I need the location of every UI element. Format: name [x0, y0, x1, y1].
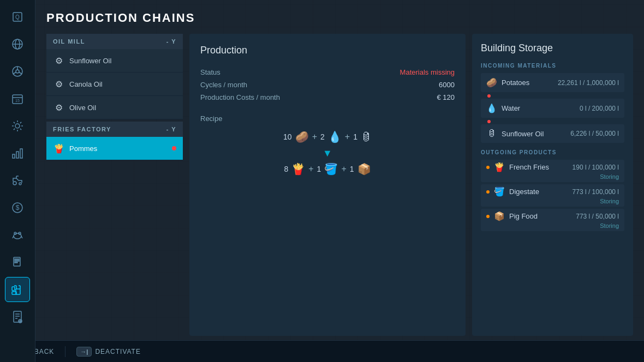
pommes-label: Pommes [69, 144, 97, 153]
status-row: Status Materials missing [200, 66, 455, 79]
svg-rect-37 [15, 259, 19, 260]
sidebar-item-papers[interactable] [5, 250, 30, 275]
canola-oil-label: Canola Oil [69, 80, 103, 88]
water-name: Water [502, 104, 575, 112]
potatoes-value: 22,261 l / 1,000,000 l [558, 79, 619, 87]
olive-oil-icon: ⚙ [53, 101, 65, 113]
costs-value: € 120 [437, 93, 455, 101]
digestate-storage-icon: 🪣 [494, 186, 505, 197]
content-area: OIL MILL - Y ⚙ Sunflower Oil ⚙ Canola Oi… [46, 34, 633, 336]
svg-line-34 [13, 236, 14, 238]
sidebar-item-production[interactable] [5, 277, 30, 302]
back-label: BACK [34, 348, 55, 355]
sunflower-oil-storage-icon: 🛢 [486, 129, 497, 138]
chain-item-olive-oil[interactable]: ⚙ Olive Oil [46, 96, 183, 119]
recipe-inputs: 10 🥔 + 2 💧 + 1 🛢 [200, 130, 455, 143]
svg-rect-38 [15, 261, 19, 261]
recipe-arrow: ▼ [200, 148, 455, 159]
svg-point-32 [14, 232, 16, 234]
chain-item-sunflower-oil[interactable]: ⚙ Sunflower Oil [46, 49, 183, 73]
sidebar-item-steering[interactable] [5, 59, 30, 84]
french-fries-row: 🍟 French Fries 190 l / 100,000 l [486, 162, 619, 172]
potatoes-icon: 🥔 [486, 77, 497, 88]
page-title: PRODUCTION CHAINS [46, 11, 633, 25]
plus-2: + [345, 132, 350, 142]
svg-line-18 [14, 122, 15, 123]
sunflower-oil-storage-name: Sunflower Oil [502, 130, 566, 138]
svg-rect-42 [12, 287, 15, 291]
sunflower-oil-storage-value: 6,226 l / 50,000 l [570, 130, 619, 137]
svg-point-33 [19, 232, 21, 234]
chain-item-canola-oil[interactable]: ⚙ Canola Oil [46, 73, 183, 96]
production-title: Production [200, 45, 455, 56]
canola-oil-dot [172, 82, 176, 86]
sidebar-item-money[interactable]: $ [5, 195, 30, 220]
sunflower-oil-label: Sunflower Oil [69, 57, 111, 65]
costs-row: Production Costs / month € 120 [200, 91, 455, 104]
storage-item-sunflower-oil: 🛢 Sunflower Oil 6,226 l / 50,000 l [481, 124, 624, 143]
pommes-icon: 🍟 [53, 142, 65, 154]
fries-factory-suffix: - Y [166, 126, 176, 132]
cycles-row: Cycles / month 6000 [200, 79, 455, 91]
storage-item-water: 💧 Water 0 l / 200,000 l [481, 99, 624, 118]
outgoing-item-pig-food: 📦 Pig Food 773 l / 50,000 l Storing [481, 209, 624, 231]
digestate-num: 1 [317, 165, 321, 173]
fries-factory-header: FRIES FACTORY - Y [46, 122, 183, 137]
pig-food-name: Pig Food [509, 212, 571, 220]
pig-food-dot [486, 215, 490, 218]
sidebar-item-calendar[interactable]: 15 [5, 86, 30, 111]
storage-title: Building Storage [481, 43, 624, 54]
oil-num: 1 [353, 132, 357, 141]
cycles-value: 6000 [439, 81, 455, 89]
svg-rect-24 [20, 149, 22, 158]
incoming-title: INCOMING MATERIALS [481, 63, 624, 69]
recipe-outputs: 8 🍟 + 1 🪣 + 1 📦 [200, 162, 455, 176]
recipe-title: Recipe [200, 114, 455, 123]
sidebar-item-globe[interactable] [5, 32, 30, 57]
sidebar-item-animal[interactable] [5, 222, 30, 248]
pommes-dot [172, 146, 176, 150]
svg-text:15: 15 [15, 99, 20, 102]
french-fries-value: 190 l / 100,000 l [573, 164, 619, 171]
digestate-name: Digestate [509, 188, 568, 196]
sidebar-item-contract[interactable] [5, 304, 30, 329]
fries-num: 8 [284, 165, 288, 173]
costs-label: Production Costs / month [200, 93, 280, 101]
chains-panel: OIL MILL - Y ⚙ Sunflower Oil ⚙ Canola Oi… [46, 34, 183, 336]
svg-line-21 [20, 122, 21, 123]
sidebar-item-quest[interactable]: Q [5, 4, 30, 29]
canola-oil-icon: ⚙ [53, 78, 65, 90]
svg-line-19 [20, 129, 21, 130]
sidebar-item-chart[interactable] [5, 141, 30, 166]
svg-rect-39 [15, 262, 17, 263]
olive-oil-label: Olive Oil [69, 104, 96, 112]
chain-item-pommes[interactable]: 🍟 Pommes [46, 137, 183, 160]
french-fries-name: French Fries [509, 163, 568, 171]
status-label: Status [200, 68, 220, 76]
digestate-status: Storing [486, 197, 619, 204]
status-value: Materials missing [400, 68, 455, 76]
potato-num: 10 [283, 132, 292, 141]
deactivate-button[interactable]: →| DEACTIVATE [76, 347, 141, 357]
sidebar-item-tractor[interactable] [5, 168, 30, 193]
main-content: PRODUCTION CHAINS OIL MILL - Y ⚙ Sunflow… [35, 0, 644, 340]
outgoing-item-french-fries: 🍟 French Fries 190 l / 100,000 l Storing [481, 160, 624, 182]
cycles-label: Cycles / month [200, 81, 247, 89]
svg-text:Q: Q [15, 14, 20, 20]
oil-mill-suffix: - Y [166, 38, 176, 45]
water-status-dot [487, 120, 491, 123]
svg-point-6 [16, 70, 19, 73]
bottom-divider [65, 346, 65, 357]
sunflower-oil-icon: ⚙ [53, 55, 65, 67]
svg-point-13 [15, 124, 20, 128]
olive-oil-dot [172, 105, 176, 110]
potatoes-name: Potatoes [502, 79, 553, 87]
french-fries-dot [486, 166, 490, 169]
sidebar-item-weather[interactable] [5, 113, 30, 138]
sunflower-oil-dot [172, 58, 176, 63]
digestate-row: 🪣 Digestate 773 l / 100,000 l [486, 186, 619, 197]
pig-food-status: Storing [486, 221, 619, 229]
sidebar: Q 15 $ [0, 0, 35, 362]
pig-food-icon: 📦 [494, 211, 505, 221]
outgoing-item-digestate: 🪣 Digestate 773 l / 100,000 l Storing [481, 184, 624, 207]
